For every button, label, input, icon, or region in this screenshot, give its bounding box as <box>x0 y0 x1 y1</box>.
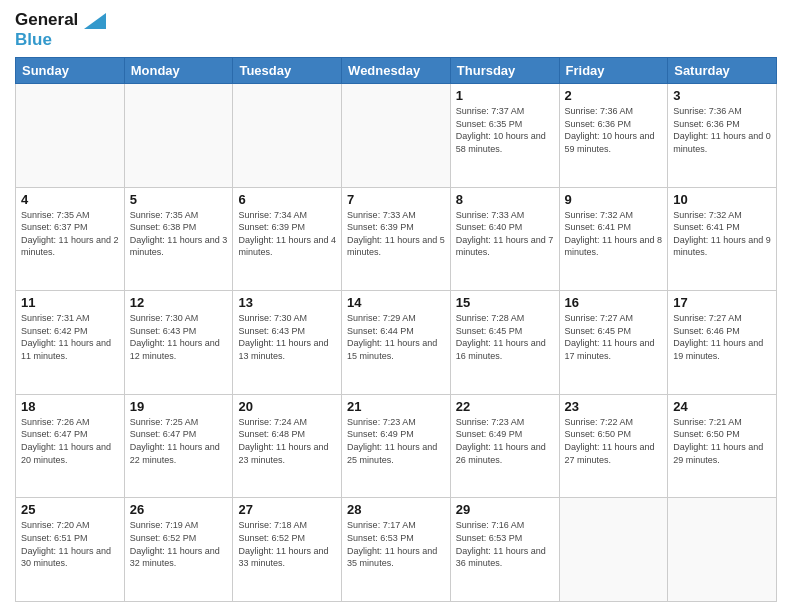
day-info: Sunrise: 7:36 AMSunset: 6:36 PMDaylight:… <box>565 105 663 155</box>
day-number: 19 <box>130 399 228 414</box>
day-info: Sunrise: 7:23 AMSunset: 6:49 PMDaylight:… <box>456 416 554 466</box>
day-info: Sunrise: 7:33 AMSunset: 6:40 PMDaylight:… <box>456 209 554 259</box>
day-number: 28 <box>347 502 445 517</box>
calendar-cell: 19Sunrise: 7:25 AMSunset: 6:47 PMDayligh… <box>124 394 233 498</box>
calendar-week-row: 25Sunrise: 7:20 AMSunset: 6:51 PMDayligh… <box>16 498 777 602</box>
day-number: 9 <box>565 192 663 207</box>
day-info: Sunrise: 7:30 AMSunset: 6:43 PMDaylight:… <box>238 312 336 362</box>
day-info: Sunrise: 7:20 AMSunset: 6:51 PMDaylight:… <box>21 519 119 569</box>
day-info: Sunrise: 7:32 AMSunset: 6:41 PMDaylight:… <box>673 209 771 259</box>
calendar-cell: 10Sunrise: 7:32 AMSunset: 6:41 PMDayligh… <box>668 187 777 291</box>
calendar-cell <box>559 498 668 602</box>
col-header-friday: Friday <box>559 58 668 84</box>
day-info: Sunrise: 7:29 AMSunset: 6:44 PMDaylight:… <box>347 312 445 362</box>
calendar-cell: 28Sunrise: 7:17 AMSunset: 6:53 PMDayligh… <box>342 498 451 602</box>
calendar-cell: 1Sunrise: 7:37 AMSunset: 6:35 PMDaylight… <box>450 84 559 188</box>
calendar-cell: 25Sunrise: 7:20 AMSunset: 6:51 PMDayligh… <box>16 498 125 602</box>
calendar-cell <box>668 498 777 602</box>
calendar-header-row: SundayMondayTuesdayWednesdayThursdayFrid… <box>16 58 777 84</box>
logo: General Blue <box>15 10 107 49</box>
day-number: 20 <box>238 399 336 414</box>
logo-blue-text: Blue <box>15 30 107 50</box>
day-number: 6 <box>238 192 336 207</box>
calendar-cell <box>124 84 233 188</box>
day-info: Sunrise: 7:37 AMSunset: 6:35 PMDaylight:… <box>456 105 554 155</box>
day-info: Sunrise: 7:27 AMSunset: 6:45 PMDaylight:… <box>565 312 663 362</box>
day-info: Sunrise: 7:18 AMSunset: 6:52 PMDaylight:… <box>238 519 336 569</box>
day-info: Sunrise: 7:24 AMSunset: 6:48 PMDaylight:… <box>238 416 336 466</box>
day-number: 23 <box>565 399 663 414</box>
calendar-cell: 26Sunrise: 7:19 AMSunset: 6:52 PMDayligh… <box>124 498 233 602</box>
day-info: Sunrise: 7:33 AMSunset: 6:39 PMDaylight:… <box>347 209 445 259</box>
day-info: Sunrise: 7:35 AMSunset: 6:37 PMDaylight:… <box>21 209 119 259</box>
day-info: Sunrise: 7:30 AMSunset: 6:43 PMDaylight:… <box>130 312 228 362</box>
calendar-cell: 2Sunrise: 7:36 AMSunset: 6:36 PMDaylight… <box>559 84 668 188</box>
calendar-cell: 17Sunrise: 7:27 AMSunset: 6:46 PMDayligh… <box>668 291 777 395</box>
col-header-wednesday: Wednesday <box>342 58 451 84</box>
calendar-cell: 29Sunrise: 7:16 AMSunset: 6:53 PMDayligh… <box>450 498 559 602</box>
day-number: 2 <box>565 88 663 103</box>
logo-text: General <box>15 10 107 30</box>
day-info: Sunrise: 7:23 AMSunset: 6:49 PMDaylight:… <box>347 416 445 466</box>
calendar-cell: 27Sunrise: 7:18 AMSunset: 6:52 PMDayligh… <box>233 498 342 602</box>
day-number: 17 <box>673 295 771 310</box>
calendar-week-row: 18Sunrise: 7:26 AMSunset: 6:47 PMDayligh… <box>16 394 777 498</box>
day-info: Sunrise: 7:21 AMSunset: 6:50 PMDaylight:… <box>673 416 771 466</box>
col-header-saturday: Saturday <box>668 58 777 84</box>
day-number: 7 <box>347 192 445 207</box>
calendar-cell: 13Sunrise: 7:30 AMSunset: 6:43 PMDayligh… <box>233 291 342 395</box>
calendar-cell: 15Sunrise: 7:28 AMSunset: 6:45 PMDayligh… <box>450 291 559 395</box>
calendar-cell: 7Sunrise: 7:33 AMSunset: 6:39 PMDaylight… <box>342 187 451 291</box>
day-number: 22 <box>456 399 554 414</box>
day-number: 11 <box>21 295 119 310</box>
calendar-cell: 9Sunrise: 7:32 AMSunset: 6:41 PMDaylight… <box>559 187 668 291</box>
calendar-cell: 16Sunrise: 7:27 AMSunset: 6:45 PMDayligh… <box>559 291 668 395</box>
day-info: Sunrise: 7:35 AMSunset: 6:38 PMDaylight:… <box>130 209 228 259</box>
calendar-table: SundayMondayTuesdayWednesdayThursdayFrid… <box>15 57 777 602</box>
day-number: 16 <box>565 295 663 310</box>
calendar-cell <box>16 84 125 188</box>
day-info: Sunrise: 7:17 AMSunset: 6:53 PMDaylight:… <box>347 519 445 569</box>
day-info: Sunrise: 7:27 AMSunset: 6:46 PMDaylight:… <box>673 312 771 362</box>
day-number: 3 <box>673 88 771 103</box>
calendar-cell: 18Sunrise: 7:26 AMSunset: 6:47 PMDayligh… <box>16 394 125 498</box>
calendar-cell: 8Sunrise: 7:33 AMSunset: 6:40 PMDaylight… <box>450 187 559 291</box>
day-number: 29 <box>456 502 554 517</box>
calendar-cell: 3Sunrise: 7:36 AMSunset: 6:36 PMDaylight… <box>668 84 777 188</box>
day-number: 25 <box>21 502 119 517</box>
calendar-cell: 20Sunrise: 7:24 AMSunset: 6:48 PMDayligh… <box>233 394 342 498</box>
page: General Blue SundayMondayTuesdayWednesda… <box>0 0 792 612</box>
day-info: Sunrise: 7:22 AMSunset: 6:50 PMDaylight:… <box>565 416 663 466</box>
col-header-tuesday: Tuesday <box>233 58 342 84</box>
day-number: 4 <box>21 192 119 207</box>
day-info: Sunrise: 7:31 AMSunset: 6:42 PMDaylight:… <box>21 312 119 362</box>
calendar-cell: 23Sunrise: 7:22 AMSunset: 6:50 PMDayligh… <box>559 394 668 498</box>
col-header-sunday: Sunday <box>16 58 125 84</box>
logo-icon <box>84 13 106 29</box>
day-info: Sunrise: 7:19 AMSunset: 6:52 PMDaylight:… <box>130 519 228 569</box>
calendar-cell: 24Sunrise: 7:21 AMSunset: 6:50 PMDayligh… <box>668 394 777 498</box>
calendar-week-row: 11Sunrise: 7:31 AMSunset: 6:42 PMDayligh… <box>16 291 777 395</box>
day-info: Sunrise: 7:25 AMSunset: 6:47 PMDaylight:… <box>130 416 228 466</box>
calendar-cell <box>233 84 342 188</box>
calendar-week-row: 4Sunrise: 7:35 AMSunset: 6:37 PMDaylight… <box>16 187 777 291</box>
calendar-cell: 12Sunrise: 7:30 AMSunset: 6:43 PMDayligh… <box>124 291 233 395</box>
day-number: 8 <box>456 192 554 207</box>
header: General Blue <box>15 10 777 49</box>
day-number: 24 <box>673 399 771 414</box>
day-number: 15 <box>456 295 554 310</box>
day-number: 26 <box>130 502 228 517</box>
day-number: 27 <box>238 502 336 517</box>
day-info: Sunrise: 7:34 AMSunset: 6:39 PMDaylight:… <box>238 209 336 259</box>
day-info: Sunrise: 7:26 AMSunset: 6:47 PMDaylight:… <box>21 416 119 466</box>
day-number: 18 <box>21 399 119 414</box>
day-info: Sunrise: 7:36 AMSunset: 6:36 PMDaylight:… <box>673 105 771 155</box>
calendar-cell: 4Sunrise: 7:35 AMSunset: 6:37 PMDaylight… <box>16 187 125 291</box>
calendar-cell: 21Sunrise: 7:23 AMSunset: 6:49 PMDayligh… <box>342 394 451 498</box>
svg-marker-0 <box>84 13 106 29</box>
col-header-monday: Monday <box>124 58 233 84</box>
calendar-cell: 11Sunrise: 7:31 AMSunset: 6:42 PMDayligh… <box>16 291 125 395</box>
day-info: Sunrise: 7:16 AMSunset: 6:53 PMDaylight:… <box>456 519 554 569</box>
day-number: 14 <box>347 295 445 310</box>
day-number: 12 <box>130 295 228 310</box>
